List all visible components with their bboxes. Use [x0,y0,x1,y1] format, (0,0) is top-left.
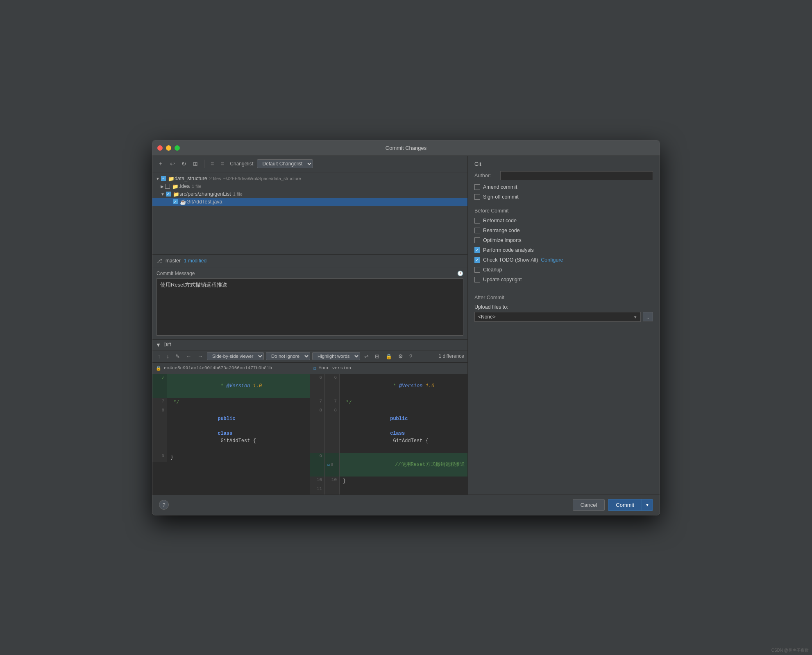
expand-button[interactable]: ≡ [218,159,226,168]
highlight-mode-select[interactable]: Highlight words [312,352,360,360]
line-num-r4a: 9 [310,453,325,477]
tree-root[interactable]: ▼ ✓ 📁 data_structure 2 files ~/J2EE/Idea… [152,175,467,183]
signoff-label: Sign-off commit [483,194,519,200]
src-count: 1 file [233,192,243,196]
idea-arrow: ▶ [161,184,164,189]
line-num-r1: 6 [310,374,325,398]
configure-link[interactable]: Configure [541,257,563,263]
commit-button-group: Commit ▼ [608,499,653,511]
close-comment: */ [170,400,179,405]
version-comment-r: * @Version 1.0 [390,383,434,389]
root-checkbox[interactable]: ✓ [161,176,166,181]
line-content-added: //使用Reset方式撤销远程推送 [340,453,467,477]
back-btn[interactable]: ← [184,352,193,361]
refresh-button[interactable]: ↻ [179,159,188,168]
commit-textarea[interactable]: 使用Reset方式撤销远程推送 [157,278,463,336]
analysis-row: ✓ Perform code analysis [474,246,653,254]
undo-button[interactable]: ↩ [168,159,177,168]
src-checkbox[interactable]: ✓ [166,192,171,196]
diff-line-left-added: ✓ * @Version 1.0 [152,374,310,398]
line-check: ☑ [327,462,330,467]
action-buttons: Cancel Commit ▼ [573,499,653,511]
optimize-row: Optimize imports [474,237,653,244]
todo-checkbox[interactable]: ✓ [474,257,480,263]
root-path: ~/J2EE/IdeaWrokSpace/data_structure [223,176,301,181]
cleanup-checkbox[interactable] [474,267,480,273]
diff-line-left-3: 8 public class GitAddTest { [152,407,310,453]
optimize-checkbox[interactable] [474,237,480,243]
lock-btn[interactable]: 🔒 [383,352,394,361]
git-title: Git [474,161,653,167]
line-content-r5: } [340,477,467,486]
line-num-r6b [325,486,340,495]
edit-btn[interactable]: ✎ [173,352,182,361]
src-path: src/pers/zhang/genList [179,191,231,197]
copyright-label: Update copyright [483,277,522,282]
commit-label-row: Commit Message 🕐 [157,271,463,276]
reformat-row: Reformat code [474,217,653,224]
ignore-mode-select[interactable]: Do not ignore [266,352,310,360]
idea-name: .idea [179,183,190,189]
author-row: Author: [474,171,653,180]
title-bar: Commit Changes [152,140,660,156]
branch-icon: ⎇ [157,258,162,264]
file-name: GitAddTest.java [186,199,222,205]
side-by-side-btn[interactable]: ⊞ [373,352,381,361]
commit-main-button[interactable]: Commit [608,499,642,511]
commit-arrow-button[interactable]: ▼ [642,499,653,511]
diff-collapse-icon[interactable]: ▼ [156,342,161,348]
todo-row: ✓ Check TODO (Show All) Configure [474,256,653,264]
optimize-label: Optimize imports [483,237,522,243]
file-checkbox[interactable]: ✓ [173,199,178,204]
tree-file[interactable]: ✓ ☕ GitAddTest.java [152,198,467,206]
diff-line-right-2: 7 7 */ [310,398,467,407]
collapse-button[interactable]: ≡ [209,159,216,168]
align-btn[interactable]: ⇌ [362,352,371,361]
forward-btn[interactable]: → [195,352,205,361]
analysis-checkbox[interactable]: ✓ [474,247,480,253]
prev-change-btn[interactable]: ↑ [156,352,163,361]
settings-btn[interactable]: ⚙ [396,352,405,361]
add-button[interactable]: ＋ [156,159,166,169]
reformat-checkbox[interactable] [474,218,480,224]
modified-badge[interactable]: 1 modified [184,258,206,264]
src-folder-icon: 📁 [173,191,179,197]
viewer-mode-select[interactable]: Side-by-side viewer [207,352,264,360]
diff-line-right-6: 11 [310,486,467,495]
line-num-left-added: ✓ [152,374,167,398]
diff-line-left-2: 7 */ [152,398,310,407]
window-title: Commit Changes [386,145,426,151]
diff-header: ▼ Diff [152,340,467,350]
group-button[interactable]: ⊞ [191,159,200,168]
cancel-button[interactable]: Cancel [573,499,605,511]
commit-message-label: Commit Message [157,271,195,276]
diff-left-header: 🔒 ec4ce5c991ac14e00f4b673a2066cc1477b0b8… [152,363,310,374]
bottom-bar: ? Cancel Commit ▼ [152,495,660,515]
upload-dots-btn[interactable]: .. [643,312,653,321]
rearrange-row: Rearrange code [474,227,653,234]
diff-content: 🔒 ec4ce5c991ac14e00f4b673a2066cc1477b0b8… [152,363,467,495]
left-panel: ＋ ↩ ↻ ⊞ ≡ ≡ Changelist: Default Changeli… [152,156,468,495]
amend-checkbox[interactable] [474,184,480,190]
next-change-btn[interactable]: ↓ [165,352,172,361]
root-name: data_structure [175,176,207,181]
signoff-checkbox[interactable] [474,194,480,200]
clock-icon: 🕐 [457,271,463,276]
tree-idea[interactable]: ▶ 📁 .idea 1 file [152,183,467,190]
main-toolbar: ＋ ↩ ↻ ⊞ ≡ ≡ Changelist: Default Changeli… [152,156,467,172]
minimize-button[interactable] [166,145,171,151]
close-button[interactable] [157,145,163,151]
changelist-select[interactable]: Default Changelist [257,159,313,168]
maximize-button[interactable] [175,145,180,151]
rearrange-checkbox[interactable] [474,228,480,233]
author-input[interactable] [500,171,653,180]
after-commit-title: After Commit [474,295,653,300]
idea-checkbox[interactable] [165,184,170,189]
help-button[interactable]: ? [159,500,169,510]
help-inline-btn[interactable]: ? [407,352,414,361]
idea-folder-icon: 📁 [172,183,179,190]
copyright-checkbox[interactable] [474,277,480,282]
author-label: Author: [474,173,497,178]
upload-select[interactable]: <None> [474,312,641,322]
tree-src[interactable]: ▼ ✓ 📁 src/pers/zhang/genList 1 file [152,190,467,198]
